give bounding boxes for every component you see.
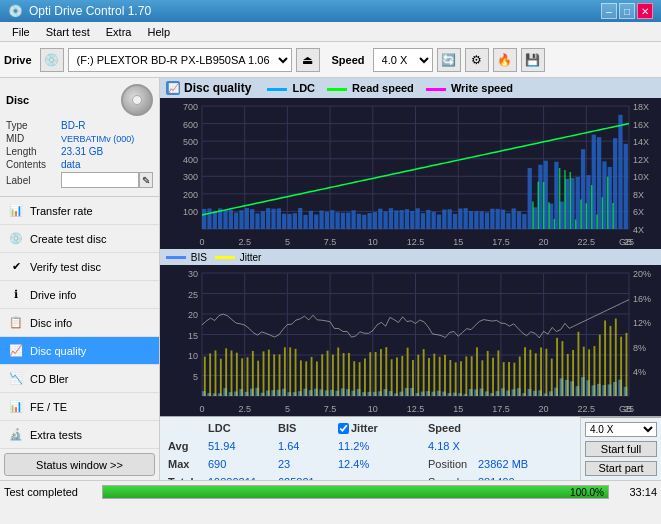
nav-cd-bler[interactable]: 📉 CD Bler [0,365,159,393]
svg-text:6X: 6X [633,207,644,217]
svg-rect-84 [399,210,403,229]
svg-rect-91 [437,215,441,229]
svg-rect-312 [455,362,457,396]
contents-value: data [61,159,80,170]
svg-rect-327 [535,353,537,396]
svg-rect-55 [245,208,249,229]
svg-text:30: 30 [188,269,198,279]
nav-create-test[interactable]: 💿 Create test disc [0,225,159,253]
save-btn[interactable]: 💾 [521,48,545,72]
svg-text:15: 15 [453,404,463,414]
svg-rect-57 [255,213,259,229]
svg-text:8%: 8% [633,343,646,353]
length-value: 23.31 GB [61,146,103,157]
stats-table-area: LDC BIS Jitter Speed Avg 51.94 1.64 11.2… [160,416,661,480]
mid-label: MID [6,133,61,144]
disc-info-icon: 📋 [8,315,24,331]
svg-text:16X: 16X [633,120,649,130]
maximize-button[interactable]: □ [619,3,635,19]
write-legend: Write speed [426,82,513,94]
svg-rect-334 [572,350,574,396]
close-button[interactable]: ✕ [637,3,653,19]
status-window-btn[interactable]: Status window >> [4,453,155,476]
menu-extra[interactable]: Extra [98,22,140,42]
label-input[interactable] [61,172,139,188]
svg-text:18X: 18X [633,102,649,112]
svg-rect-49 [213,211,217,229]
svg-rect-60 [271,209,275,229]
svg-rect-48 [207,209,211,229]
burn-btn[interactable]: 🔥 [493,48,517,72]
speed-select[interactable]: 4.0 X [373,48,433,72]
eject-btn[interactable]: ⏏ [296,48,320,72]
svg-rect-90 [432,212,436,229]
svg-rect-291 [343,353,345,396]
svg-rect-96 [464,208,468,229]
refresh-btn[interactable]: 🔄 [437,48,461,72]
svg-text:700: 700 [183,102,198,112]
svg-rect-329 [545,349,547,396]
stats-avg-row: Avg 51.94 1.64 11.2% 4.18 X [168,437,572,455]
svg-rect-323 [513,363,515,396]
label-edit-btn[interactable]: ✎ [139,172,153,188]
drive-icon-btn[interactable]: 💿 [40,48,64,72]
svg-rect-322 [508,362,510,396]
nav-transfer-rate[interactable]: 📊 Transfer rate [0,197,159,225]
svg-text:10X: 10X [633,172,649,182]
main-content: Disc Type BD-R MID VERBATIMv (000) Lengt… [0,78,661,480]
svg-rect-67 [309,211,313,229]
svg-rect-98 [474,211,478,229]
chart-header-icon: 📈 [166,81,180,95]
chart2-svg: 510152025304%8%12%16%20%02.557.51012.515… [160,265,661,416]
type-value: BD-R [61,120,85,131]
start-part-btn[interactable]: Start part [585,461,657,477]
svg-rect-330 [551,359,553,396]
jitter-checkbox[interactable] [338,423,349,434]
svg-rect-80 [378,209,382,229]
svg-rect-340 [604,320,606,396]
svg-rect-342 [615,319,617,396]
svg-rect-292 [348,353,350,396]
nav-extra-tests[interactable]: 🔬 Extra tests [0,421,159,449]
svg-rect-125 [618,115,622,229]
svg-rect-337 [588,349,590,396]
svg-rect-288 [327,351,329,396]
menu-file[interactable]: File [4,22,38,42]
svg-rect-274 [252,351,254,396]
menu-start-test[interactable]: Start test [38,22,98,42]
menu-help[interactable]: Help [139,22,178,42]
svg-text:500: 500 [183,137,198,147]
nav-fe-te[interactable]: 📊 FE / TE [0,393,159,421]
svg-rect-89 [426,210,430,229]
progress-area: Test completed 100.0% 33:14 [0,480,661,502]
svg-rect-272 [241,358,243,396]
minimize-button[interactable]: – [601,3,617,19]
drive-select[interactable]: (F:) PLEXTOR BD-R PX-LB950SA 1.06 [68,48,292,72]
svg-rect-269 [225,348,227,396]
svg-rect-68 [314,215,318,229]
svg-rect-320 [497,350,499,396]
svg-rect-335 [577,332,579,396]
svg-rect-303 [407,348,409,396]
toolbar: Drive 💿 (F:) PLEXTOR BD-R PX-LB950SA 1.0… [0,42,661,78]
start-full-btn[interactable]: Start full [585,441,657,457]
svg-rect-101 [490,209,494,229]
svg-rect-77 [362,215,366,229]
nav-verify-test[interactable]: ✔ Verify test disc [0,253,159,281]
svg-rect-313 [460,361,462,396]
menu-bar: File Start test Extra Help [0,22,661,42]
speed-dropdown[interactable]: 4.0 X [585,422,657,437]
nav-disc-info[interactable]: 📋 Disc info [0,309,159,337]
nav-drive-info[interactable]: ℹ Drive info [0,281,159,309]
svg-rect-271 [236,353,238,396]
svg-text:4X: 4X [633,225,644,235]
svg-rect-341 [610,326,612,396]
svg-rect-338 [594,346,596,396]
settings-btn[interactable]: ⚙ [465,48,489,72]
svg-text:14X: 14X [633,137,649,147]
progress-time: 33:14 [617,486,657,498]
svg-rect-289 [332,355,334,396]
verify-test-icon: ✔ [8,259,24,275]
fe-te-icon: 📊 [8,399,24,415]
nav-disc-quality[interactable]: 📈 Disc quality [0,337,159,365]
